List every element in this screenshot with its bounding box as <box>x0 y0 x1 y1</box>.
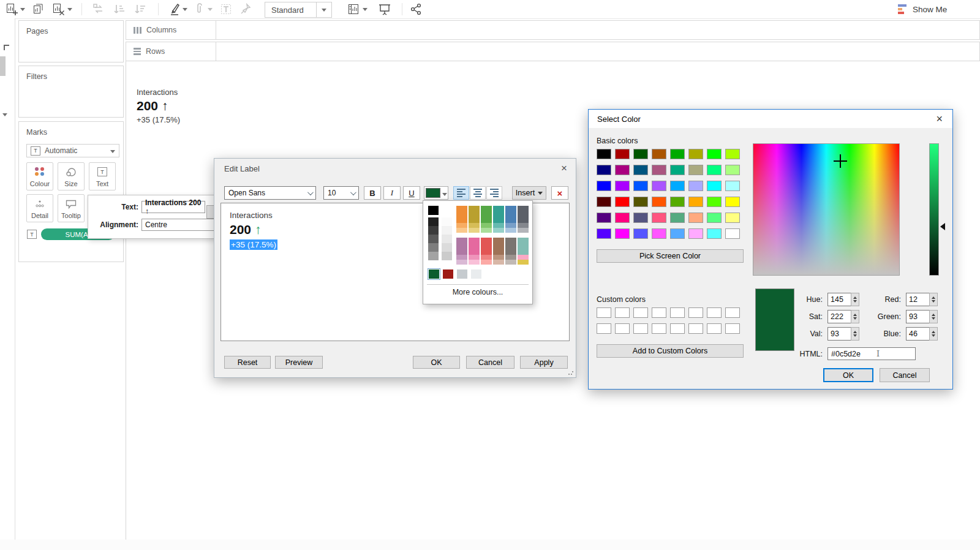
palette-swatch[interactable] <box>493 223 504 228</box>
palette-swatch[interactable] <box>471 269 481 279</box>
custom-color-swatch[interactable] <box>597 307 611 318</box>
palette-swatch[interactable] <box>429 269 439 279</box>
custom-color-swatch[interactable] <box>633 307 648 318</box>
basic-color-swatch[interactable] <box>670 228 685 239</box>
palette-swatch[interactable] <box>442 217 452 226</box>
basic-color-swatch[interactable] <box>707 197 722 207</box>
highlight-icon[interactable] <box>168 2 181 17</box>
collapse-pane-icon[interactable] <box>1 42 12 53</box>
basic-color-swatch[interactable] <box>597 149 611 159</box>
reset-button[interactable]: Reset <box>224 356 271 369</box>
custom-color-swatch[interactable] <box>652 323 666 334</box>
mark-type-dropdown[interactable]: T Automatic <box>26 144 119 157</box>
basic-color-swatch[interactable] <box>688 213 703 223</box>
basic-color-swatch[interactable] <box>670 181 685 191</box>
palette-swatch[interactable] <box>469 238 480 255</box>
palette-swatch[interactable] <box>493 206 504 223</box>
insert-button[interactable]: Insert <box>512 186 546 200</box>
select-color-ok-button[interactable]: OK <box>823 368 873 382</box>
custom-color-swatch[interactable] <box>688 323 703 334</box>
align-center-button[interactable] <box>470 186 486 200</box>
new-worksheet-icon[interactable] <box>5 2 18 17</box>
basic-color-swatch[interactable] <box>707 165 722 175</box>
basic-color-swatch[interactable] <box>633 197 648 207</box>
palette-swatch[interactable] <box>481 255 492 260</box>
highlight-caret[interactable] <box>183 2 187 17</box>
palette-swatch[interactable] <box>481 206 492 223</box>
columns-shelf[interactable]: Columns <box>126 20 980 40</box>
blue-spinner[interactable]: 46 <box>906 327 938 341</box>
palette-swatch[interactable] <box>518 260 529 265</box>
basic-color-swatch[interactable] <box>615 181 630 191</box>
palette-swatch[interactable] <box>505 228 516 233</box>
bold-button[interactable]: B <box>364 186 381 200</box>
custom-color-swatch[interactable] <box>725 307 740 318</box>
basic-color-swatch[interactable] <box>597 181 611 191</box>
basic-color-swatch[interactable] <box>725 213 740 223</box>
basic-color-swatch[interactable] <box>707 213 722 223</box>
show-hide-cards-caret[interactable] <box>363 2 368 17</box>
basic-color-swatch[interactable] <box>725 181 740 191</box>
show-me-icon[interactable] <box>898 2 907 17</box>
custom-color-swatch[interactable] <box>688 307 703 318</box>
preview-button[interactable]: Preview <box>275 356 323 369</box>
basic-color-swatch[interactable] <box>707 228 722 239</box>
custom-color-swatch[interactable] <box>707 307 722 318</box>
basic-color-swatch[interactable] <box>652 165 666 175</box>
basic-color-swatch[interactable] <box>652 213 666 223</box>
hue-spinner[interactable]: 145 <box>827 293 859 306</box>
font-family-select[interactable]: Open Sans <box>224 186 316 200</box>
palette-swatch[interactable] <box>493 228 504 233</box>
show-hide-cards-icon[interactable] <box>347 2 361 17</box>
basic-color-swatch[interactable] <box>725 228 740 239</box>
basic-color-swatch[interactable] <box>597 165 611 175</box>
basic-color-swatch[interactable] <box>597 197 611 207</box>
basic-color-swatch[interactable] <box>615 149 630 159</box>
add-custom-colors-button[interactable]: Add to Custom Colors <box>597 344 744 358</box>
basic-color-swatch[interactable] <box>597 228 611 239</box>
palette-swatch[interactable] <box>518 238 529 255</box>
edit-label-close-icon[interactable]: × <box>561 163 567 173</box>
palette-swatch[interactable] <box>505 260 516 265</box>
share-icon[interactable] <box>409 2 423 17</box>
palette-swatch[interactable] <box>493 255 504 260</box>
palette-swatch[interactable] <box>456 238 467 255</box>
hue-sat-map[interactable] <box>753 143 900 276</box>
palette-swatch[interactable] <box>428 243 439 252</box>
new-worksheet-caret[interactable] <box>20 2 25 17</box>
basic-color-swatch[interactable] <box>688 181 703 191</box>
group-members-icon[interactable] <box>193 2 206 17</box>
palette-swatch[interactable] <box>518 228 529 233</box>
basic-color-swatch[interactable] <box>670 197 685 207</box>
basic-color-swatch[interactable] <box>688 149 703 159</box>
palette-swatch[interactable] <box>505 206 516 223</box>
basic-color-swatch[interactable] <box>670 213 685 223</box>
basic-color-swatch[interactable] <box>633 165 648 175</box>
custom-color-swatch[interactable] <box>615 307 630 318</box>
marks-card[interactable]: Marks T Automatic Colour Size T Text <box>18 121 124 262</box>
text-field-value[interactable]: Interactions 200 ↑ <box>141 201 205 213</box>
green-spinner[interactable]: 93 <box>906 310 938 323</box>
palette-swatch[interactable] <box>469 206 480 223</box>
palette-swatch[interactable] <box>456 223 467 228</box>
clear-sheet-caret[interactable] <box>67 2 72 17</box>
font-size-select[interactable]: 10 <box>323 186 359 200</box>
palette-swatch[interactable] <box>518 223 529 228</box>
palette-swatch[interactable] <box>428 217 439 226</box>
basic-color-swatch[interactable] <box>652 181 666 191</box>
basic-color-swatch[interactable] <box>615 213 630 223</box>
presentation-mode-icon[interactable] <box>377 2 392 17</box>
pages-card[interactable]: Pages <box>18 20 124 62</box>
basic-color-swatch[interactable] <box>615 197 630 207</box>
colour-button[interactable]: Colour <box>26 162 53 190</box>
basic-color-swatch[interactable] <box>688 197 703 207</box>
palette-swatch[interactable] <box>428 226 439 235</box>
pick-screen-color-button[interactable]: Pick Screen Color <box>597 249 744 263</box>
show-me-button[interactable]: Show Me <box>913 2 947 17</box>
basic-color-swatch[interactable] <box>615 165 630 175</box>
basic-color-swatch[interactable] <box>633 213 648 223</box>
palette-swatch[interactable] <box>456 206 467 223</box>
basic-color-swatch[interactable] <box>633 149 648 159</box>
font-color-button[interactable] <box>424 186 448 200</box>
more-colours-link[interactable]: More colours... <box>423 288 532 296</box>
